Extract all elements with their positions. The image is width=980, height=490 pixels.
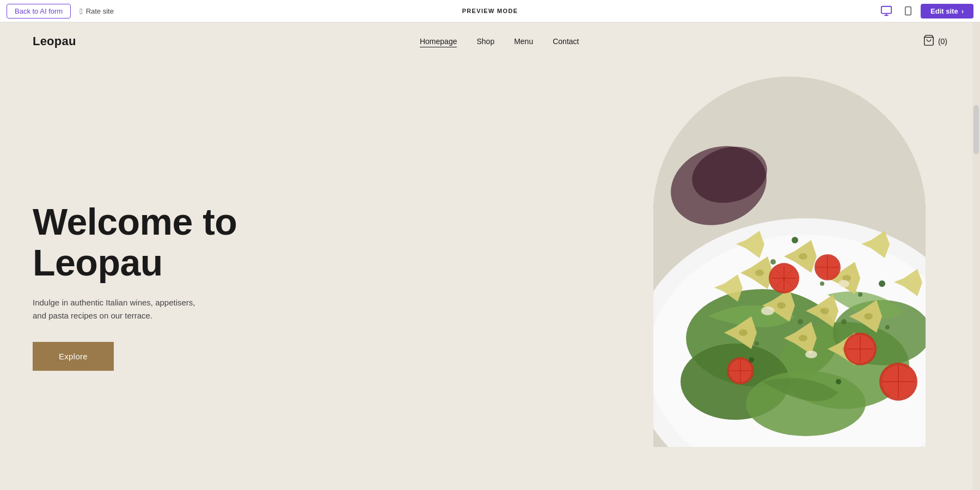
svg-point-24 — [820, 281, 824, 286]
svg-rect-0 — [881, 7, 891, 14]
toolbar-left: Back to AI form  Rate site — [7, 4, 114, 19]
hero-image-area — [653, 77, 926, 447]
nav-menu-link[interactable]: Menu — [514, 37, 533, 46]
hero-title-line2: Leopau — [33, 242, 163, 283]
svg-point-54 — [761, 307, 774, 315]
svg-rect-3 — [905, 7, 911, 15]
svg-point-60 — [836, 379, 841, 384]
nav-menu[interactable]: Menu — [514, 36, 533, 46]
preview-mode-label: PREVIEW MODE — [462, 8, 518, 14]
svg-point-57 — [792, 237, 798, 243]
hero-subtitle: Indulge in authentic Italian wines, appe… — [33, 296, 207, 322]
scrollbar[interactable] — [972, 22, 980, 490]
hero-food-image — [653, 77, 926, 447]
site-navigation: Leopau Homepage Shop Menu Contact (0) — [0, 22, 980, 60]
svg-point-17 — [777, 302, 786, 309]
nav-shop[interactable]: Shop — [476, 36, 494, 46]
svg-point-23 — [770, 259, 776, 265]
svg-point-26 — [858, 292, 862, 297]
food-illustration — [653, 77, 926, 447]
site-nav-links: Homepage Shop Menu Contact — [420, 36, 579, 46]
svg-point-59 — [879, 280, 885, 287]
svg-point-15 — [799, 253, 807, 260]
hero-title-line1: Welcome to — [33, 201, 237, 242]
back-to-form-button[interactable]: Back to AI form — [7, 4, 71, 19]
rate-site-label: Rate site — [86, 7, 114, 15]
explore-button[interactable]: Explore — [33, 342, 114, 371]
svg-point-20 — [864, 313, 873, 320]
desktop-device-button[interactable] — [877, 3, 896, 19]
rate-site-button[interactable]:  Rate site — [79, 7, 114, 16]
nav-shop-link[interactable]: Shop — [476, 37, 494, 46]
svg-point-19 — [739, 329, 748, 336]
svg-point-55 — [838, 280, 849, 287]
cart-count: (0) — [938, 37, 947, 46]
desktop-icon — [880, 5, 892, 17]
svg-point-18 — [820, 308, 829, 314]
nav-homepage-link[interactable]: Homepage — [420, 37, 457, 47]
hero-title: Welcome to Leopau — [33, 201, 305, 283]
svg-point-56 — [805, 351, 817, 358]
chevron-icon: › — [961, 7, 964, 15]
toolbar: Back to AI form  Rate site PREVIEW MODE… — [0, 0, 980, 22]
hero-section: Welcome to Leopau Indulge in authentic I… — [0, 60, 980, 490]
edit-site-label: Edit site — [930, 7, 958, 15]
svg-point-58 — [749, 357, 754, 363]
nav-homepage[interactable]: Homepage — [420, 36, 457, 46]
preview-area: Leopau Homepage Shop Menu Contact (0) We… — [0, 22, 980, 490]
cart-area[interactable]: (0) — [923, 34, 947, 49]
site-logo[interactable]: Leopau — [33, 34, 76, 48]
nav-contact-link[interactable]: Contact — [553, 37, 579, 46]
rate-icon:  — [79, 7, 82, 16]
svg-point-21 — [799, 335, 807, 341]
mobile-icon — [903, 5, 913, 17]
toolbar-right: Edit site › — [877, 3, 973, 19]
edit-site-button[interactable]: Edit site › — [921, 4, 973, 19]
svg-point-28 — [841, 319, 847, 324]
svg-point-25 — [798, 319, 803, 324]
cart-icon — [923, 34, 935, 49]
svg-point-14 — [755, 270, 764, 276]
scrollbar-thumb[interactable] — [973, 105, 979, 154]
hero-text-area: Welcome to Leopau Indulge in authentic I… — [33, 201, 305, 371]
nav-contact[interactable]: Contact — [553, 36, 579, 46]
svg-point-29 — [885, 325, 890, 329]
svg-point-27 — [755, 341, 759, 346]
mobile-device-button[interactable] — [900, 3, 916, 19]
